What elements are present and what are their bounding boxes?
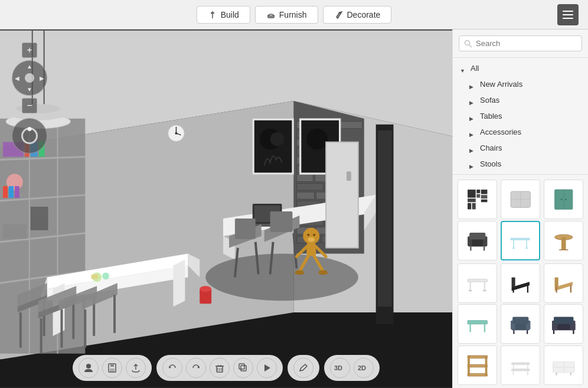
svg-rect-54 xyxy=(3,224,27,239)
svg-text:3D: 3D xyxy=(334,364,342,371)
category-tree: All New Arrivals Sofas Tables Accessorie… xyxy=(453,58,588,175)
category-accessories[interactable]: Accessories xyxy=(453,124,588,140)
item-card-armchair-dark[interactable] xyxy=(458,221,497,260)
category-stools[interactable]: Stools xyxy=(453,156,588,172)
category-tables[interactable]: Tables xyxy=(453,108,588,124)
zoom-in-button[interactable]: + xyxy=(22,43,37,58)
search-input[interactable] xyxy=(476,39,577,48)
svg-rect-21 xyxy=(296,174,313,181)
item-card-pillow[interactable] xyxy=(501,180,540,219)
svg-point-127 xyxy=(86,364,91,369)
svg-point-144 xyxy=(465,40,470,45)
svg-rect-175 xyxy=(561,237,566,249)
svg-rect-25 xyxy=(296,192,314,199)
build-button[interactable]: Build xyxy=(197,6,250,24)
svg-point-106 xyxy=(306,129,328,150)
svg-point-160 xyxy=(560,198,562,200)
svg-rect-153 xyxy=(481,195,488,198)
right-panel: All New Arrivals Sofas Tables Accessorie… xyxy=(452,30,588,388)
item-card-coffee-table-white[interactable] xyxy=(458,263,497,303)
delete-button[interactable] xyxy=(210,358,230,378)
svg-rect-147 xyxy=(476,190,480,193)
svg-rect-183 xyxy=(511,278,515,288)
play-button[interactable] xyxy=(257,358,277,378)
item-card-sofa-dark[interactable] xyxy=(544,304,583,344)
toolbar-group-pencil xyxy=(288,355,319,381)
svg-rect-99 xyxy=(378,131,392,307)
category-chairs[interactable]: Chairs xyxy=(453,140,588,156)
category-new-arrivals[interactable]: New Arrivals xyxy=(453,76,588,92)
category-all[interactable]: All xyxy=(453,60,588,76)
cat-arrow-accessories xyxy=(469,129,475,135)
view-3d-button[interactable]: 3D xyxy=(330,358,350,378)
svg-point-103 xyxy=(270,132,285,146)
svg-point-109 xyxy=(200,286,211,292)
svg-rect-23 xyxy=(296,183,323,190)
cat-arrow-chairs xyxy=(469,145,475,151)
svg-text:2D: 2D xyxy=(358,364,366,371)
item-card-side-table-metal[interactable] xyxy=(501,345,540,385)
svg-rect-181 xyxy=(483,290,486,291)
item-card-chair-black[interactable] xyxy=(501,263,540,303)
edit-pencil-button[interactable] xyxy=(293,358,313,378)
3d-viewport[interactable]: + ▲ ▼ ◀ ▶ − xyxy=(0,30,452,388)
upload-button[interactable] xyxy=(126,358,146,378)
orbit-control[interactable]: ▲ ▼ ◀ ▶ xyxy=(12,60,47,96)
save-button[interactable] xyxy=(102,358,122,378)
svg-rect-52 xyxy=(15,186,19,198)
svg-rect-177 xyxy=(468,279,487,282)
svg-rect-151 xyxy=(472,203,475,210)
scene-rendering xyxy=(0,30,452,388)
item-card-armchair-blue[interactable] xyxy=(501,304,540,344)
svg-point-119 xyxy=(313,234,315,236)
nav-center xyxy=(25,73,34,83)
item-card-wall-art[interactable] xyxy=(458,180,497,219)
search-icon xyxy=(464,40,472,48)
svg-rect-82 xyxy=(91,274,98,279)
search-wrapper xyxy=(459,35,582,51)
furnish-button[interactable]: Furnish xyxy=(255,6,318,24)
cat-label-chairs: Chairs xyxy=(480,144,581,152)
item-card-shelf-wood[interactable] xyxy=(458,345,497,385)
item-card-glass-table[interactable] xyxy=(501,221,540,260)
svg-marker-140 xyxy=(264,364,270,371)
item-card-tv-stand-white[interactable] xyxy=(544,345,583,385)
svg-rect-152 xyxy=(481,190,488,194)
svg-rect-207 xyxy=(468,373,487,376)
cat-label-new-arrivals: New Arrivals xyxy=(480,80,581,89)
zoom-out-button[interactable]: − xyxy=(22,98,37,113)
item-card-coffee-table-teal[interactable] xyxy=(458,304,497,344)
items-grid xyxy=(453,175,588,388)
svg-rect-122 xyxy=(347,171,351,181)
orbit-button[interactable] xyxy=(12,118,47,154)
build-label: Build xyxy=(221,10,239,19)
nav-right-arrow: ▶ xyxy=(40,75,44,81)
cat-label-all: All xyxy=(471,64,581,73)
cat-label-tables: Tables xyxy=(480,112,581,120)
svg-rect-148 xyxy=(476,194,480,197)
undo-button[interactable] xyxy=(186,358,206,378)
bottom-toolbar: 3D 2D xyxy=(73,355,380,381)
orbit-dot xyxy=(28,127,32,131)
hamburger-line-3 xyxy=(563,18,573,19)
view-2d-button[interactable]: 2D xyxy=(354,358,374,378)
decorate-button[interactable]: Decorate xyxy=(323,6,392,24)
svg-rect-211 xyxy=(511,369,529,371)
item-card-chair-wood[interactable] xyxy=(544,263,583,303)
toolbar-group-edit xyxy=(156,355,283,381)
rotate-left-button[interactable] xyxy=(162,358,182,378)
svg-point-117 xyxy=(318,270,328,275)
svg-rect-210 xyxy=(511,363,529,364)
svg-rect-208 xyxy=(468,356,470,376)
item-card-cabinet[interactable] xyxy=(544,180,583,219)
nav-down-arrow: ▼ xyxy=(27,86,32,93)
menu-button[interactable] xyxy=(557,4,579,25)
category-sofas[interactable]: Sofas xyxy=(453,92,588,108)
item-card-side-table-wood[interactable] xyxy=(544,221,583,260)
profile-button[interactable] xyxy=(79,358,99,378)
svg-rect-150 xyxy=(468,203,471,210)
svg-rect-146 xyxy=(468,190,476,198)
cat-arrow-stools xyxy=(469,161,475,167)
duplicate-button[interactable] xyxy=(233,358,253,378)
hamburger-line-1 xyxy=(563,11,573,12)
